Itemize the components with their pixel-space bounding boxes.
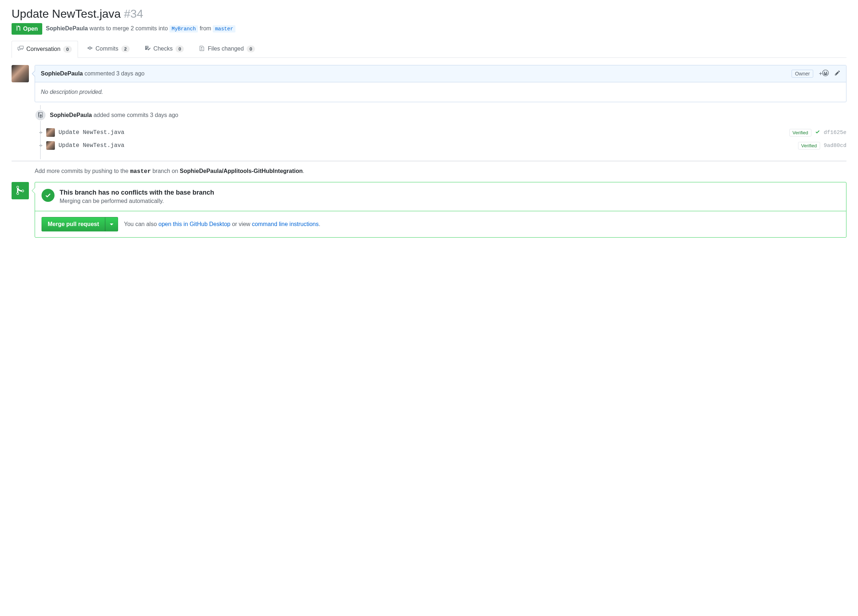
tab-checks[interactable]: Checks 0 [139,40,190,58]
divider [12,161,846,162]
pr-number: #34 [124,7,143,20]
push-hint: Add more commits by pushing to the maste… [35,168,846,175]
tab-files-changed[interactable]: Files changed 0 [193,40,261,58]
owner-badge: Owner [791,70,813,78]
verified-badge[interactable]: Verified [790,129,811,137]
commit-message[interactable]: Update NewTest.java [59,129,124,136]
commit-sha[interactable]: 9ad80cd [824,143,846,149]
head-branch-chip[interactable]: master [213,25,235,33]
merge-box: This branch has no conflicts with the ba… [35,182,846,238]
command-line-link[interactable]: command line instructions [252,221,319,227]
tab-checks-label: Checks [154,45,173,52]
comment-header: SophieDePaula commented 3 days ago Owner… [35,65,846,82]
tab-commits[interactable]: Commits 2 [81,40,136,58]
pr-state-row: Open SophieDePaula wants to merge 2 comm… [12,23,846,35]
avatar[interactable] [46,141,55,150]
smiley-icon [822,70,829,78]
tab-files-label: Files changed [208,45,244,52]
git-pull-request-icon [16,25,21,33]
pr-tabs: Conversation 0 Commits 2 Checks 0 Files … [12,40,846,58]
tab-checks-count: 0 [176,45,184,52]
event-text: added some commits 3 days ago [93,112,179,118]
comment-box: SophieDePaula commented 3 days ago Owner… [35,65,846,102]
tab-conversation[interactable]: Conversation 0 [12,41,78,58]
tab-conversation-count: 0 [63,46,72,53]
commit-row: Update NewTest.java Verified df1625e [35,126,846,139]
verified-badge[interactable]: Verified [798,142,820,149]
git-commit-icon [87,45,93,52]
merge-status-subtitle: Merging can be performed automatically. [60,198,214,204]
pr-merge-summary: SophieDePaula wants to merge 2 commits i… [46,25,235,33]
merge-status-icon-box [12,182,29,199]
pr-title: Update NewTest.java #34 [12,7,846,20]
commit-row: Update NewTest.java Verified 9ad80cd [35,139,846,152]
merge-dropdown-button[interactable] [105,217,118,232]
merge-alternatives: You can also open this in GitHub Desktop… [124,221,320,227]
merge-status-title: This branch has no conflicts with the ba… [60,189,214,196]
pr-author[interactable]: SophieDePaula [46,25,88,31]
timeline-events: SophieDePaula added some commits 3 days … [35,109,846,159]
commit-message[interactable]: Update NewTest.java [59,142,124,149]
commit-dot-icon [39,131,43,134]
comment-meta: commented 3 days ago [84,70,145,76]
commit-dot-icon [39,144,43,147]
add-reaction-button[interactable]: + [819,70,829,78]
commits-pushed-event: SophieDePaula added some commits 3 days … [35,109,846,121]
check-circle-icon [42,189,54,202]
tab-files-count: 0 [247,45,255,52]
pr-state-badge: Open [12,23,42,35]
commit-sha[interactable]: df1625e [824,130,846,136]
comment-author[interactable]: SophieDePaula [41,70,83,76]
open-in-desktop-link[interactable]: open this in GitHub Desktop [159,221,230,227]
checklist-icon [145,45,151,52]
tab-commits-label: Commits [96,45,118,52]
merge-pull-request-button[interactable]: Merge pull request [42,217,105,232]
event-author[interactable]: SophieDePaula [50,112,92,118]
check-icon [815,129,820,136]
comment-body: No description provided. [35,82,846,102]
tab-commits-count: 2 [121,45,130,52]
file-diff-icon [199,45,205,52]
repo-push-icon [35,109,46,121]
edit-comment-button[interactable] [835,70,840,77]
pencil-icon [835,70,840,77]
git-merge-icon [16,185,25,196]
avatar[interactable] [12,65,29,82]
tab-conversation-label: Conversation [26,46,60,52]
pr-state-label: Open [23,26,38,32]
comment-discussion-icon [18,45,23,53]
base-branch-chip[interactable]: MyBranch [169,25,198,33]
avatar[interactable] [46,128,55,137]
merge-button-group: Merge pull request [42,217,118,232]
pr-title-text: Update NewTest.java [12,7,121,20]
caret-down-icon [110,224,113,225]
